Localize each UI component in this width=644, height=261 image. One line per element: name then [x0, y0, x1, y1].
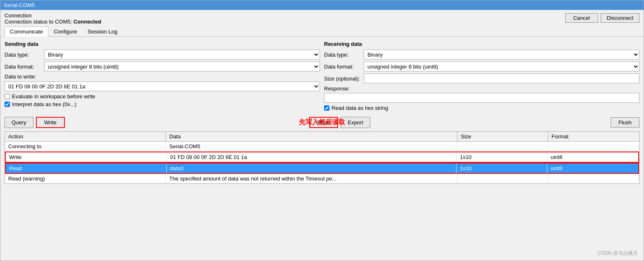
interpret-label: Interpret data as hex (0x...) [12, 101, 76, 107]
buttons-left: Query Write [5, 117, 65, 128]
interpret-checkbox[interactable] [5, 102, 10, 107]
table-cell: Read (warning) [5, 174, 166, 183]
table-cell: Write [6, 152, 167, 162]
header-format: Format [548, 132, 639, 141]
response-row: data3 [324, 93, 639, 103]
evaluate-label: Evaluate in workspace before write [12, 93, 95, 100]
table-body: Connecting toSerial-COM5Write01 FD 08 00… [5, 142, 639, 183]
header-action: Action [5, 132, 166, 141]
table-cell: 1x10 [457, 152, 547, 162]
table-cell [548, 142, 639, 151]
receiving-panel: Receiving data Data type: Binary Data fo… [324, 41, 639, 113]
buttons-row: Query Write 先写入然后读取 Read Export Flush [5, 117, 639, 128]
query-button[interactable]: Query [5, 117, 33, 128]
title-bar: Serial-COM5 [0, 0, 644, 10]
table-row[interactable]: Read (warning)The specified amount of da… [5, 174, 639, 183]
read-as-hex-label: Read data as hex string [331, 105, 388, 111]
two-columns: Sending data Data type: Binary Data form… [5, 41, 639, 113]
sending-panel: Sending data Data type: Binary Data form… [5, 41, 320, 113]
size-label: Size (optional): [324, 76, 361, 82]
table-cell [548, 174, 639, 183]
sending-datatype-select[interactable]: Binary [44, 50, 320, 59]
evaluate-checkbox[interactable] [5, 94, 10, 99]
write-button[interactable]: Write [36, 117, 65, 128]
sending-format-label: Data format: [5, 64, 42, 70]
data-to-write-row: 01 FD 08 00 0F 2D 2D 6E 01 1a [5, 81, 320, 91]
tab-session-log[interactable]: Session Log [83, 26, 123, 37]
title-bar-label: Serial-COM5 [4, 2, 35, 8]
disconnect-button[interactable]: Disconnect [601, 13, 639, 23]
table-row[interactable]: Readdata31x10uint8 [5, 163, 639, 174]
table-cell [457, 174, 548, 183]
table-cell: Read [6, 164, 167, 173]
watermark: CSDN @乌云挑月 [597, 250, 638, 257]
data-to-write-select[interactable]: 01 FD 08 00 0F 2D 2D 6E 01 1a [5, 81, 320, 91]
table-cell: The specified amount of data was not ret… [166, 174, 457, 183]
table-cell: uint8 [547, 152, 638, 162]
receiving-title: Receiving data [324, 41, 639, 47]
read-as-hex-checkbox[interactable] [324, 105, 329, 111]
tabs-bar: Communicate Configure Session Log [0, 26, 644, 37]
tab-configure[interactable]: Configure [48, 26, 82, 37]
data-to-write-label: Data to write: [5, 74, 36, 80]
connection-title: Connection [5, 12, 101, 19]
connection-status-value: Connected [73, 19, 101, 25]
main-window: Serial-COM5 Connection Connection status… [0, 0, 644, 261]
response-input[interactable]: data3 [324, 93, 639, 103]
sending-datatype-row: Data type: Binary [5, 50, 320, 59]
receiving-datatype-row: Data type: Binary [324, 50, 639, 59]
receiving-format-label: Data format: [324, 64, 361, 70]
connection-status: Connection status to COM5: Connected [5, 19, 101, 25]
size-row: Size (optional): [324, 74, 639, 83]
response-label-row: Response: [324, 85, 639, 92]
header-size: Size [457, 132, 548, 141]
cancel-button[interactable]: Cancel [565, 13, 598, 23]
receiving-datatype-label: Data type: [324, 52, 361, 58]
flush-button[interactable]: Flush [611, 117, 639, 128]
table-cell: Serial-COM5 [166, 142, 457, 151]
read-as-hex-row: Read data as hex string [324, 105, 639, 111]
table-cell: 01 FD 08 00 0F 2D 2D 6E 01 1a [167, 152, 457, 162]
table-cell: 1x10 [457, 164, 547, 173]
header-data: Data [166, 132, 457, 141]
sending-title: Sending data [5, 41, 320, 47]
connection-status-text: Connection status to COM5: [5, 19, 72, 25]
receiving-datatype-select[interactable]: Binary [364, 50, 639, 59]
table-row[interactable]: Connecting toSerial-COM5 [5, 142, 639, 152]
table-cell [457, 142, 548, 151]
table-header: Action Data Size Format [5, 132, 639, 142]
table-cell: Connecting to [5, 142, 166, 151]
receiving-format-row: Data format: unsigned integer 8 bits (ui… [324, 62, 639, 71]
data-to-write-label-row: Data to write: [5, 74, 320, 80]
size-input[interactable] [364, 74, 639, 83]
tab-communicate[interactable]: Communicate [5, 26, 48, 37]
sending-datatype-label: Data type: [5, 52, 42, 58]
annotation-text: 先写入然后读取 [299, 118, 345, 127]
content-area: Sending data Data type: Binary Data form… [0, 37, 644, 188]
response-label: Response: [324, 85, 350, 92]
sending-format-select[interactable]: unsigned integer 8 bits (uint8) [44, 62, 320, 71]
table-row[interactable]: Write01 FD 08 00 0F 2D 2D 6E 01 1a1x10ui… [5, 152, 639, 163]
receiving-format-select[interactable]: unsigned integer 8 bits (uint8) [364, 62, 639, 71]
evaluate-row: Evaluate in workspace before write [5, 93, 320, 100]
top-buttons: Cancel Disconnect [565, 13, 639, 23]
top-section: Connection Connection status to COM5: Co… [0, 10, 644, 26]
table-cell: uint8 [547, 164, 638, 173]
table-cell: data3 [167, 164, 457, 173]
connection-info: Connection Connection status to COM5: Co… [5, 12, 101, 25]
sending-format-row: Data format: unsigned integer 8 bits (ui… [5, 62, 320, 71]
interpret-row: Interpret data as hex (0x...) [5, 101, 320, 107]
log-table: Action Data Size Format Connecting toSer… [5, 131, 639, 184]
